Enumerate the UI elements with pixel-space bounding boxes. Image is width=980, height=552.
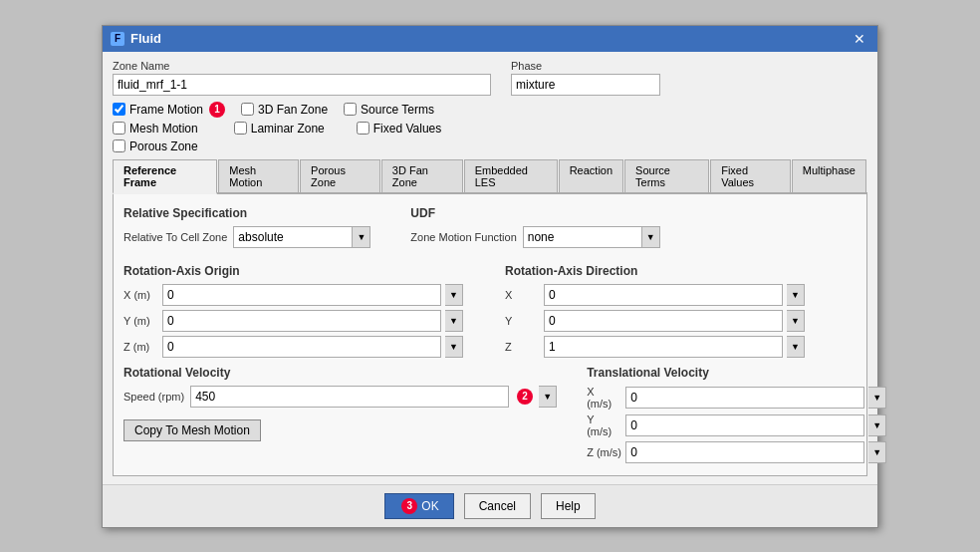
- rotation-origin-grid: X (m) ▼ Y (m) ▼ Z (m) ▼: [123, 284, 475, 358]
- tab-mesh-motion[interactable]: Mesh Motion: [218, 159, 299, 192]
- frame-motion-checkbox[interactable]: [113, 103, 125, 116]
- rotational-vel-col: Rotational Velocity Speed (rpm) 2 ▼ Copy…: [123, 366, 557, 463]
- frame-motion-label: Frame Motion: [129, 103, 203, 117]
- origin-x-label: X (m): [123, 289, 158, 301]
- tab-reaction[interactable]: Reaction: [559, 159, 623, 192]
- origin-y-input[interactable]: [162, 310, 441, 332]
- rotation-origin-col: Rotation-Axis Origin X (m) ▼ Y (m) ▼: [123, 264, 475, 358]
- zone-motion-combo: ▼: [523, 226, 660, 248]
- relative-spec-section: Relative Specification Relative To Cell …: [123, 206, 370, 252]
- tab-content: Relative Specification Relative To Cell …: [113, 194, 867, 476]
- fan-zone-label: 3D Fan Zone: [258, 103, 328, 117]
- trans-x-label: X (m/s): [587, 386, 621, 410]
- relative-to-label: Relative To Cell Zone: [123, 231, 227, 243]
- laminar-zone-checkbox-item: Laminar Zone: [234, 122, 325, 136]
- dir-z-input[interactable]: [544, 336, 783, 358]
- dir-x-row: X ▼: [505, 284, 857, 306]
- laminar-zone-label: Laminar Zone: [251, 122, 325, 136]
- trans-z-dropdown[interactable]: ▼: [868, 441, 886, 463]
- relative-to-cell-row: Relative To Cell Zone ▼: [123, 226, 370, 248]
- badge-1: 1: [209, 102, 225, 118]
- trans-z-label: Z (m/s): [587, 446, 621, 458]
- origin-y-dropdown[interactable]: ▼: [445, 310, 463, 332]
- relative-to-dropdown[interactable]: ▼: [353, 226, 370, 248]
- source-terms-checkbox[interactable]: [344, 103, 357, 116]
- relative-to-input[interactable]: [233, 226, 353, 248]
- zone-name-label: Zone Name: [113, 60, 491, 72]
- close-button[interactable]: ✕: [850, 30, 869, 48]
- trans-y-input[interactable]: [625, 414, 864, 436]
- speed-dropdown[interactable]: ▼: [539, 386, 557, 408]
- ok-button[interactable]: 3 OK: [384, 493, 453, 519]
- zone-motion-row: Zone Motion Function ▼: [410, 226, 659, 248]
- trans-z-input[interactable]: [625, 441, 864, 463]
- porous-zone-checkbox-item: Porous Zone: [113, 139, 198, 153]
- dir-y-label: Y: [505, 315, 540, 327]
- origin-y-row: Y (m) ▼: [123, 310, 475, 332]
- zone-motion-dropdown[interactable]: ▼: [642, 226, 660, 248]
- tab-porous-zone[interactable]: Porous Zone: [300, 159, 380, 192]
- checkboxes-row3: Porous Zone: [113, 139, 867, 153]
- origin-x-row: X (m) ▼: [123, 284, 475, 306]
- zone-name-input[interactable]: [113, 74, 491, 96]
- tab-reference-frame[interactable]: Reference Frame: [113, 159, 217, 194]
- fan-zone-checkbox[interactable]: [241, 103, 254, 116]
- frame-motion-checkbox-item: Frame Motion 1: [113, 102, 225, 118]
- rel-spec-udf-row: Relative Specification Relative To Cell …: [123, 206, 857, 252]
- tab-3d-fan-zone[interactable]: 3D Fan Zone: [381, 159, 463, 192]
- phase-input[interactable]: [511, 74, 660, 96]
- origin-x-input[interactable]: [162, 284, 441, 306]
- phase-group: Phase: [511, 60, 660, 96]
- fixed-values-label: Fixed Values: [373, 122, 441, 136]
- laminar-zone-checkbox[interactable]: [234, 122, 247, 135]
- phase-label: Phase: [511, 60, 660, 72]
- trans-z-row: Z (m/s) ▼: [587, 441, 886, 463]
- fixed-values-checkbox-item: Fixed Values: [357, 122, 441, 136]
- tab-fixed-values[interactable]: Fixed Values: [710, 159, 791, 192]
- trans-x-dropdown[interactable]: ▼: [868, 387, 886, 409]
- origin-z-input[interactable]: [162, 336, 441, 358]
- dir-z-row: Z ▼: [505, 336, 857, 358]
- zone-motion-input[interactable]: [523, 226, 642, 248]
- dir-y-input[interactable]: [544, 310, 783, 332]
- origin-x-dropdown[interactable]: ▼: [445, 284, 463, 306]
- app-icon: F: [111, 32, 124, 46]
- origin-z-dropdown[interactable]: ▼: [445, 336, 463, 358]
- trans-x-input[interactable]: [625, 387, 864, 409]
- porous-zone-checkbox[interactable]: [113, 139, 125, 152]
- trans-y-dropdown[interactable]: ▼: [868, 414, 886, 436]
- tab-source-terms[interactable]: Source Terms: [624, 159, 709, 192]
- origin-z-row: Z (m) ▼: [123, 336, 475, 358]
- fixed-values-checkbox[interactable]: [357, 122, 369, 135]
- help-button[interactable]: Help: [541, 493, 596, 519]
- rotation-origin-label: Rotation-Axis Origin: [123, 264, 475, 278]
- fan-zone-checkbox-item: 3D Fan Zone: [241, 103, 328, 117]
- tab-embedded-les[interactable]: Embedded LES: [464, 159, 558, 192]
- dir-x-dropdown[interactable]: ▼: [787, 284, 805, 306]
- speed-label: Speed (rpm): [123, 391, 184, 403]
- trans-y-row: Y (m/s) ▼: [587, 414, 886, 437]
- source-terms-label: Source Terms: [361, 103, 434, 117]
- tab-multiphase[interactable]: Multiphase: [792, 159, 866, 192]
- trans-y-label: Y (m/s): [587, 414, 621, 437]
- dir-x-input[interactable]: [544, 284, 783, 306]
- checkboxes-row1: Frame Motion 1 3D Fan Zone Source Terms: [113, 102, 867, 118]
- dir-y-dropdown[interactable]: ▼: [787, 310, 805, 332]
- dialog-title: Fluid: [130, 31, 161, 46]
- dir-y-row: Y ▼: [505, 310, 857, 332]
- dialog-body: Zone Name Phase Frame Motion 1 3D Fan Zo…: [103, 52, 877, 484]
- trans-x-row: X (m/s) ▼: [587, 386, 886, 410]
- speed-input[interactable]: [190, 386, 509, 408]
- cancel-button[interactable]: Cancel: [464, 493, 531, 519]
- mesh-motion-checkbox[interactable]: [113, 122, 125, 135]
- udf-section: UDF Zone Motion Function ▼: [410, 206, 659, 252]
- relative-spec-label: Relative Specification: [123, 206, 370, 220]
- axis-row: Rotation-Axis Origin X (m) ▼ Y (m) ▼: [123, 264, 857, 358]
- copy-to-mesh-motion-button[interactable]: Copy To Mesh Motion: [123, 419, 261, 441]
- ok-label: OK: [421, 499, 438, 513]
- zone-phase-row: Zone Name Phase: [113, 60, 867, 96]
- dir-z-dropdown[interactable]: ▼: [787, 336, 805, 358]
- velocity-row: Rotational Velocity Speed (rpm) 2 ▼ Copy…: [123, 366, 857, 463]
- title-bar: F Fluid ✕: [103, 26, 877, 52]
- rotation-direction-col: Rotation-Axis Direction X ▼ Y ▼: [505, 264, 857, 358]
